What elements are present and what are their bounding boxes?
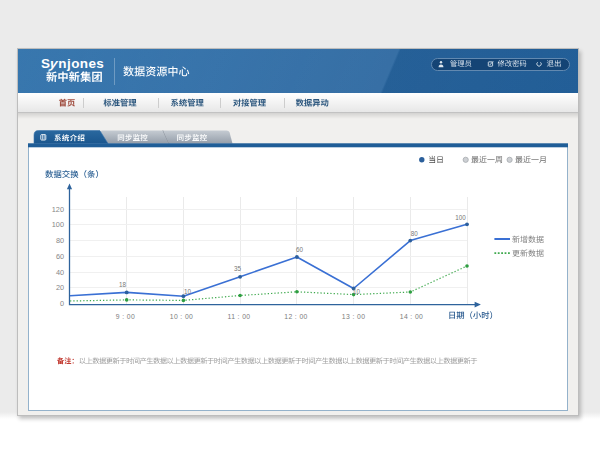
svg-text:14 : 00: 14 : 00: [400, 313, 424, 320]
svg-text:0: 0: [60, 299, 64, 308]
svg-text:120: 120: [52, 205, 64, 214]
svg-text:9 : 00: 9 : 00: [116, 313, 135, 320]
svg-text:80: 80: [411, 230, 419, 237]
svg-text:13 : 00: 13 : 00: [342, 313, 366, 320]
svg-text:80: 80: [56, 236, 64, 245]
svg-text:18: 18: [119, 281, 127, 288]
svg-text:10: 10: [184, 288, 192, 295]
svg-text:12 : 00: 12 : 00: [284, 313, 308, 320]
svg-text:10 : 00: 10 : 00: [170, 313, 194, 320]
svg-text:60: 60: [296, 246, 304, 253]
svg-text:60: 60: [56, 252, 64, 261]
svg-text:40: 40: [56, 268, 64, 277]
svg-text:100: 100: [52, 220, 64, 229]
svg-text:11 : 00: 11 : 00: [227, 313, 250, 320]
svg-text:10: 10: [353, 288, 361, 295]
svg-text:20: 20: [56, 283, 64, 292]
svg-text:35: 35: [234, 265, 242, 272]
svg-text:100: 100: [455, 214, 466, 221]
